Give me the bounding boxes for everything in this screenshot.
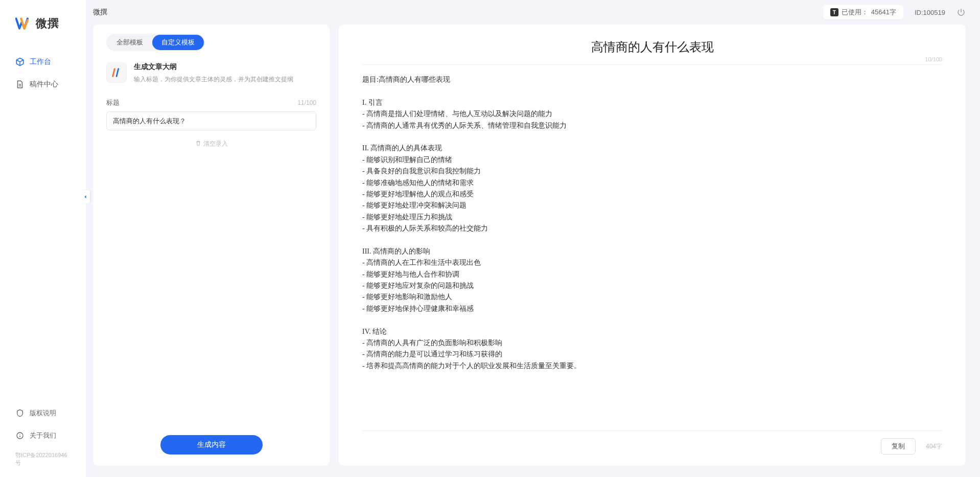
sidebar-item-label: 关于我们 <box>30 431 56 440</box>
output-header: 高情商的人有什么表现 10/100 <box>362 39 942 65</box>
output-body: 题目:高情商的人有哪些表现 I. 引言 - 高情商是指人们处理情绪、与他人互动以… <box>362 74 942 430</box>
main: 微撰 T 已使用：45641字 ID:100519 全部模板 自定义模板 <box>86 0 980 477</box>
content: 全部模板 自定义模板 生成文章大纲 输入标题，为你提供文章主体的灵感，并为其创建… <box>86 25 980 477</box>
tab-custom-templates[interactable]: 自定义模板 <box>152 35 204 50</box>
sidebar-item-label: 工作台 <box>30 57 51 66</box>
usage-prefix: 已使用： <box>842 8 868 17</box>
shield-icon <box>15 408 25 418</box>
left-panel: 全部模板 自定义模板 生成文章大纲 输入标题，为你提供文章主体的灵感，并为其创建… <box>93 25 330 466</box>
sidebar-item-label: 稿件中心 <box>30 80 58 89</box>
power-icon[interactable] <box>956 8 966 17</box>
sidebar-item-about[interactable]: 关于我们 <box>9 426 77 445</box>
output-title-counter: 10/100 <box>925 56 942 62</box>
usage-value: 45641字 <box>871 8 896 17</box>
template-card: 生成文章大纲 输入标题，为你提供文章主体的灵感，并为其创建推文提纲 <box>106 62 316 84</box>
topbar: 微撰 T 已使用：45641字 ID:100519 <box>86 0 980 25</box>
template-icon <box>106 62 127 83</box>
sidebar-nav: 工作台 稿件中心 <box>0 52 86 403</box>
trash-icon <box>195 140 201 148</box>
title-input[interactable] <box>106 111 316 130</box>
sidebar-item-copyright[interactable]: 版权说明 <box>9 403 77 423</box>
left-footer: 生成内容 <box>106 435 316 455</box>
sidebar-item-workspace[interactable]: 工作台 <box>9 52 77 72</box>
sidebar-bottom: 版权说明 关于我们 <box>0 403 86 448</box>
template-desc: 输入标题，为你提供文章主体的灵感，并为其创建推文提纲 <box>134 75 293 84</box>
document-icon <box>15 80 25 89</box>
icp-text: 鄂ICP备2022016946号 <box>0 448 86 467</box>
clear-input-label: 清空录入 <box>203 140 228 148</box>
usage-pill[interactable]: T 已使用：45641字 <box>823 5 903 19</box>
output-title: 高情商的人有什么表现 <box>362 39 942 55</box>
output-text: 题目:高情商的人有哪些表现 I. 引言 - 高情商是指人们处理情绪、与他人互动以… <box>362 74 942 372</box>
user-id: ID:100519 <box>915 9 945 16</box>
cube-icon <box>15 57 25 66</box>
text-badge-icon: T <box>830 8 838 16</box>
output-word-count: 404字 <box>926 442 942 451</box>
copy-button[interactable]: 复制 <box>881 438 916 455</box>
sidebar-collapse-toggle[interactable] <box>81 190 90 203</box>
sidebar-item-label: 版权说明 <box>30 408 56 418</box>
right-footer: 复制 404字 <box>362 430 942 455</box>
sidebar: 微撰 工作台 稿件中心 版权说明 <box>0 0 86 477</box>
title-field-header: 标题 11/100 <box>106 98 316 107</box>
generate-button[interactable]: 生成内容 <box>160 435 263 455</box>
page-title: 微撰 <box>93 8 107 17</box>
template-tabs: 全部模板 自定义模板 <box>106 34 205 51</box>
title-char-count: 11/100 <box>297 99 316 106</box>
logo: 微撰 <box>0 15 86 52</box>
right-panel: 高情商的人有什么表现 10/100 题目:高情商的人有哪些表现 I. 引言 - … <box>339 25 966 466</box>
logo-text: 微撰 <box>36 16 59 31</box>
template-info: 生成文章大纲 输入标题，为你提供文章主体的灵感，并为其创建推文提纲 <box>134 62 293 84</box>
template-title: 生成文章大纲 <box>134 62 293 72</box>
sidebar-item-drafts[interactable]: 稿件中心 <box>9 75 77 94</box>
logo-icon <box>15 15 32 32</box>
tab-all-templates[interactable]: 全部模板 <box>107 35 152 50</box>
info-icon <box>15 431 25 440</box>
title-label: 标题 <box>106 98 120 107</box>
clear-input-button[interactable]: 清空录入 <box>106 140 316 148</box>
topbar-right: T 已使用：45641字 ID:100519 <box>823 5 966 19</box>
